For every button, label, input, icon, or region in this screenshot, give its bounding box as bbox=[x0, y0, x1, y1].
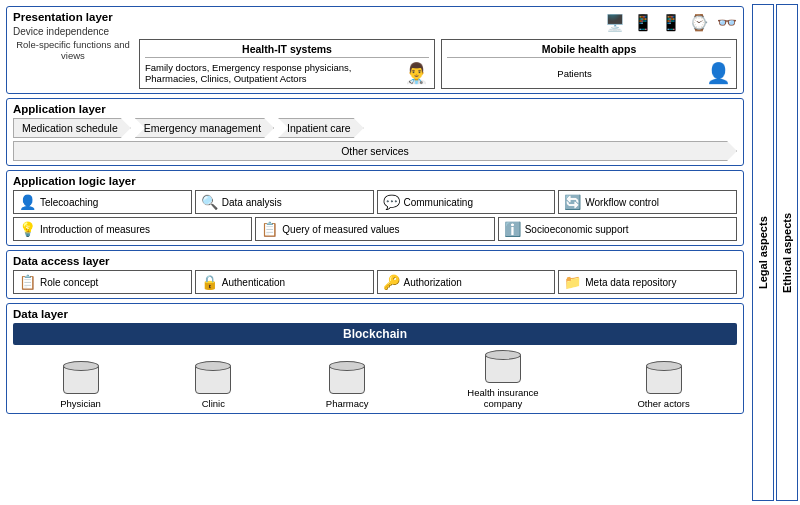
socioeconomic-icon: ℹ️ bbox=[504, 221, 521, 237]
authorization-icon: 🔑 bbox=[383, 274, 400, 290]
phone-icon: 📱 bbox=[661, 13, 681, 32]
role-functions-label: Role-specific functions and views bbox=[13, 39, 133, 61]
application-arrows-row: Medication schedule Emergency management… bbox=[13, 118, 737, 138]
mobile-health-box: Mobile health apps Patients 👤 bbox=[441, 39, 737, 89]
introduction-measures-cell: 💡 Introduction of measures bbox=[13, 217, 252, 241]
health-it-content: Family doctors, Emergency response physi… bbox=[145, 62, 400, 84]
telecoaching-icon: 👤 bbox=[19, 194, 36, 210]
glasses-icon: 👓 bbox=[717, 13, 737, 32]
health-it-title: Health-IT systems bbox=[145, 43, 429, 58]
pharmacy-label: Pharmacy bbox=[326, 398, 369, 409]
socioeconomic-cell: ℹ️ Socioeconomic support bbox=[498, 217, 737, 241]
communicating-icon: 💬 bbox=[383, 194, 400, 210]
device-independence-label: Device independence bbox=[13, 26, 113, 37]
role-concept-icon: 📋 bbox=[19, 274, 36, 290]
data-access-layer: Data access layer 📋 Role concept 🔒 Authe… bbox=[6, 250, 744, 299]
tablet-icon: 📱 bbox=[633, 13, 653, 32]
application-layer: Application layer Medication schedule Em… bbox=[6, 98, 744, 166]
patient-icon: 👤 bbox=[706, 61, 731, 85]
logic-grid-row1: 👤 Telecoaching 🔍 Data analysis 💬 Communi… bbox=[13, 190, 737, 214]
pharmacy-node: Pharmacy bbox=[326, 361, 369, 409]
authorization-cell: 🔑 Authorization bbox=[377, 270, 556, 294]
mobile-health-title: Mobile health apps bbox=[447, 43, 731, 58]
watch-icon: ⌚ bbox=[689, 13, 709, 32]
presentation-layer: Presentation layer Device independence 🖥… bbox=[6, 6, 744, 94]
workflow-icon: 🔄 bbox=[564, 194, 581, 210]
communicating-cell: 💬 Communicating bbox=[377, 190, 556, 214]
health-insurance-label: Health insurance company bbox=[463, 387, 543, 409]
health-insurance-db-icon bbox=[485, 350, 521, 383]
other-actors-label: Other actors bbox=[637, 398, 689, 409]
patients-label: Patients bbox=[447, 68, 702, 79]
device-icons-row: 🖥️ 📱 📱 ⌚ 👓 bbox=[605, 11, 737, 34]
pharmacy-db-icon bbox=[329, 361, 365, 394]
clinic-db-icon bbox=[195, 361, 231, 394]
other-actors-node: Other actors bbox=[637, 361, 689, 409]
physician-db-icon bbox=[63, 361, 99, 394]
data-nodes-row: Physician Clinic Pharmacy bbox=[13, 348, 737, 409]
medication-schedule-item: Medication schedule bbox=[13, 118, 131, 138]
health-insurance-node: Health insurance company bbox=[463, 350, 543, 409]
inpatient-care-item: Inpatient care bbox=[278, 118, 364, 138]
monitor-icon: 🖥️ bbox=[605, 13, 625, 32]
metadata-icon: 📁 bbox=[564, 274, 581, 290]
authentication-cell: 🔒 Authentication bbox=[195, 270, 374, 294]
clinic-node: Clinic bbox=[195, 361, 231, 409]
physician-node: Physician bbox=[60, 361, 101, 409]
other-actors-db-icon bbox=[646, 361, 682, 394]
physician-label: Physician bbox=[60, 398, 101, 409]
logic-layer-title: Application logic layer bbox=[13, 175, 136, 187]
emergency-management-item: Emergency management bbox=[135, 118, 274, 138]
side-panels: Legal aspects Ethical aspects bbox=[750, 0, 800, 505]
doctor-icon: 👨‍⚕️ bbox=[404, 61, 429, 85]
data-layer-title: Data layer bbox=[13, 308, 68, 320]
data-access-title: Data access layer bbox=[13, 255, 110, 267]
legal-aspects-panel: Legal aspects bbox=[752, 4, 774, 501]
data-layer: Data layer Blockchain Physician Clinic bbox=[6, 303, 744, 414]
authentication-icon: 🔒 bbox=[201, 274, 218, 290]
blockchain-bar: Blockchain bbox=[13, 323, 737, 345]
metadata-repository-cell: 📁 Meta data repository bbox=[558, 270, 737, 294]
logic-layer: Application logic layer 👤 Telecoaching 🔍… bbox=[6, 170, 744, 246]
other-services-item: Other services bbox=[13, 141, 737, 161]
telecoaching-cell: 👤 Telecoaching bbox=[13, 190, 192, 214]
workflow-control-cell: 🔄 Workflow control bbox=[558, 190, 737, 214]
query-icon: 📋 bbox=[261, 221, 278, 237]
logic-grid-row2: 💡 Introduction of measures 📋 Query of me… bbox=[13, 217, 737, 241]
ethical-aspects-panel: Ethical aspects bbox=[776, 4, 798, 501]
presentation-layer-title: Presentation layer bbox=[13, 11, 113, 23]
data-analysis-icon: 🔍 bbox=[201, 194, 218, 210]
query-values-cell: 📋 Query of measured values bbox=[255, 217, 494, 241]
health-it-systems-box: Health-IT systems Family doctors, Emerge… bbox=[139, 39, 435, 89]
measures-icon: 💡 bbox=[19, 221, 36, 237]
application-layer-title: Application layer bbox=[13, 103, 106, 115]
clinic-label: Clinic bbox=[202, 398, 225, 409]
data-access-grid: 📋 Role concept 🔒 Authentication 🔑 Author… bbox=[13, 270, 737, 294]
data-analysis-cell: 🔍 Data analysis bbox=[195, 190, 374, 214]
role-concept-cell: 📋 Role concept bbox=[13, 270, 192, 294]
